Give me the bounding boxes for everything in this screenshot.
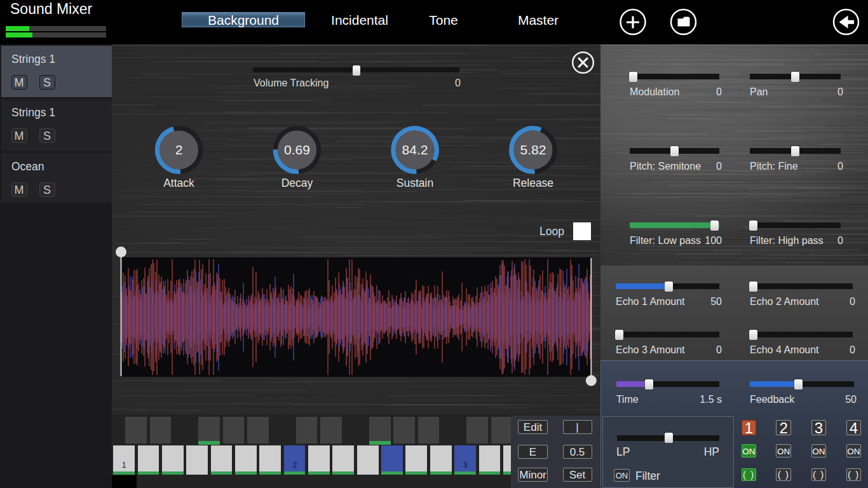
svg-text:Decay: Decay: [281, 177, 313, 189]
svg-text:2: 2: [175, 142, 183, 157]
svg-text:Release: Release: [513, 177, 553, 189]
svg-text:84.2: 84.2: [402, 142, 428, 157]
svg-text:0.69: 0.69: [284, 142, 310, 157]
svg-text:5.82: 5.82: [520, 142, 546, 157]
svg-text:Sustain: Sustain: [397, 177, 433, 189]
svg-text:Attack: Attack: [163, 177, 194, 189]
